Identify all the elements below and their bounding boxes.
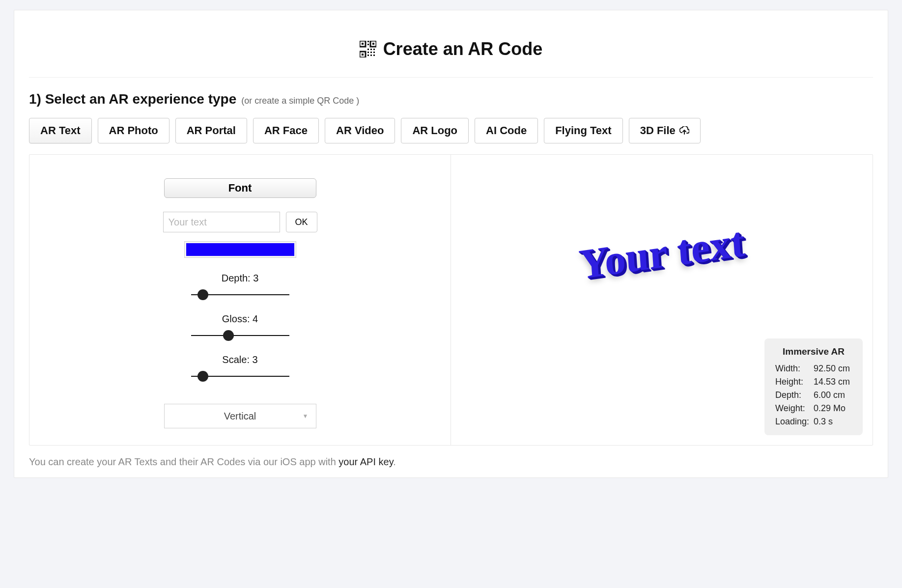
- text-input-row: OK: [163, 212, 317, 232]
- stats-box: Immersive AR Width: 92.50 cm Height: 14.…: [764, 338, 863, 435]
- text-input[interactable]: [163, 212, 280, 232]
- tab-3d-file-label: 3D File: [640, 125, 676, 136]
- depth-label: Depth: 3: [191, 273, 289, 284]
- tab-flying-text[interactable]: Flying Text: [544, 118, 623, 143]
- svg-rect-6: [367, 41, 369, 42]
- tab-3d-file[interactable]: 3D File: [629, 118, 701, 143]
- svg-rect-8: [367, 49, 369, 50]
- stats-title: Immersive AR: [775, 346, 852, 357]
- tab-ar-portal[interactable]: AR Portal: [175, 118, 247, 143]
- stats-weight: Weight: 0.29 Mo: [775, 402, 852, 415]
- step1-row: 1) Select an AR experience type (or crea…: [29, 91, 873, 107]
- page-title: Create an AR Code: [383, 39, 543, 59]
- stats-height: Height: 14.53 cm: [775, 375, 852, 389]
- preview-3d-text: Your text: [577, 217, 746, 289]
- tab-ar-video[interactable]: AR Video: [325, 118, 395, 143]
- font-button[interactable]: Font: [164, 178, 316, 198]
- tab-ar-photo[interactable]: AR Photo: [98, 118, 169, 143]
- upload-icon: [679, 126, 689, 135]
- svg-rect-7: [367, 44, 369, 45]
- svg-rect-12: [370, 52, 372, 53]
- ok-button[interactable]: OK: [286, 212, 317, 232]
- orientation-select[interactable]: Vertical: [164, 404, 316, 428]
- gloss-label: Gloss: 4: [191, 313, 289, 325]
- footer-note: You can create your AR Texts and their A…: [29, 456, 873, 468]
- step1-subtext: (or create a simple QR Code ): [241, 96, 359, 106]
- depth-slider[interactable]: [191, 291, 289, 299]
- tab-ar-logo[interactable]: AR Logo: [401, 118, 469, 143]
- tab-ar-text[interactable]: AR Text: [29, 118, 92, 143]
- svg-rect-14: [367, 55, 369, 56]
- scale-slider[interactable]: [191, 372, 289, 380]
- stats-width: Width: 92.50 cm: [775, 362, 852, 375]
- scale-label: Scale: 3: [191, 354, 289, 365]
- tab-ar-face[interactable]: AR Face: [253, 118, 319, 143]
- editor-panel: Font OK Depth: 3 Gloss: 4: [29, 154, 873, 446]
- depth-slider-block: Depth: 3: [191, 273, 289, 299]
- stats-depth: Depth: 6.00 cm: [775, 389, 852, 402]
- svg-rect-1: [362, 43, 364, 45]
- color-swatch[interactable]: [186, 243, 294, 256]
- simple-qr-link[interactable]: simple QR Code: [289, 96, 354, 106]
- color-picker[interactable]: [184, 241, 296, 258]
- svg-rect-10: [373, 49, 375, 50]
- qr-code-icon: [360, 41, 376, 57]
- svg-rect-3: [372, 43, 374, 45]
- gloss-slider[interactable]: [191, 332, 289, 339]
- svg-rect-15: [370, 55, 372, 56]
- svg-rect-5: [362, 54, 364, 56]
- svg-rect-9: [370, 49, 372, 50]
- svg-rect-11: [367, 52, 369, 53]
- experience-type-tabs: AR Text AR Photo AR Portal AR Face AR Vi…: [29, 118, 873, 143]
- svg-rect-13: [373, 52, 375, 53]
- svg-rect-16: [373, 55, 375, 56]
- tab-ai-code[interactable]: AI Code: [475, 118, 538, 143]
- controls-pane: Font OK Depth: 3 Gloss: 4: [29, 155, 451, 445]
- api-key-link[interactable]: your API key: [338, 456, 393, 467]
- orientation-select-wrap: Vertical ▼: [164, 404, 316, 428]
- preview-pane: Your text Immersive AR Width: 92.50 cm H…: [451, 155, 873, 445]
- scale-slider-block: Scale: 3: [191, 354, 289, 380]
- main-card: Create an AR Code 1) Select an AR experi…: [14, 10, 888, 478]
- gloss-slider-block: Gloss: 4: [191, 313, 289, 339]
- stats-loading: Loading: 0.3 s: [775, 415, 852, 428]
- page-title-row: Create an AR Code: [29, 25, 873, 78]
- step1-heading: 1) Select an AR experience type: [29, 91, 236, 107]
